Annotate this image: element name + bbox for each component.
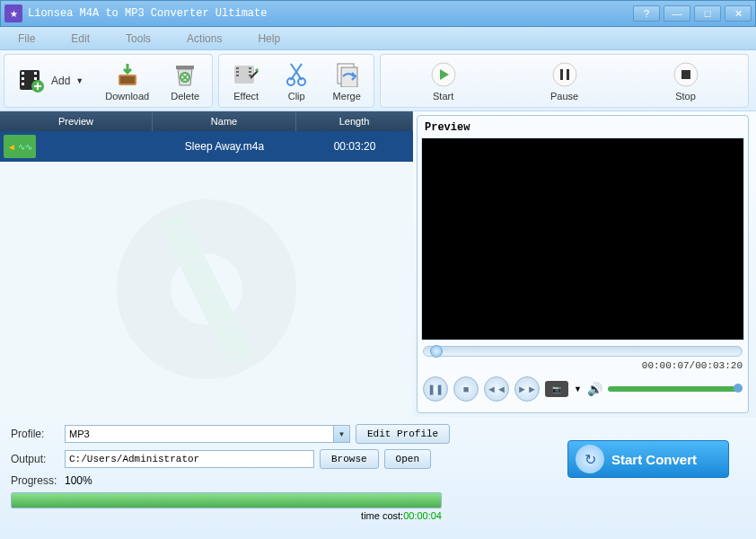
add-label: Add bbox=[51, 75, 70, 87]
list-header: Preview Name Length bbox=[0, 111, 413, 131]
stop-label: Stop bbox=[675, 91, 696, 102]
preview-title: Preview bbox=[421, 119, 744, 137]
bottom-panel: Profile: MP3 ▼ Edit Profile Output: Brow… bbox=[0, 417, 756, 539]
profile-select[interactable]: MP3 bbox=[65, 425, 334, 443]
merge-button[interactable]: Merge bbox=[321, 57, 372, 105]
close-button[interactable]: ✕ bbox=[725, 5, 752, 22]
download-button[interactable]: Download bbox=[94, 57, 160, 105]
volume-icon[interactable]: 🔊 bbox=[587, 382, 602, 396]
start-label: Start bbox=[433, 91, 453, 102]
app-title: Lionsea M4A to MP3 Converter Ultimate bbox=[28, 7, 633, 20]
convert-icon: ↻ bbox=[576, 445, 604, 473]
svg-rect-25 bbox=[560, 69, 563, 80]
svg-point-24 bbox=[553, 63, 576, 86]
volume-slider[interactable] bbox=[608, 386, 743, 392]
player-stop-button[interactable]: ■ bbox=[453, 376, 479, 402]
pause-icon bbox=[550, 60, 579, 89]
snapshot-button[interactable]: 📷 bbox=[545, 381, 568, 397]
merge-icon bbox=[332, 60, 361, 89]
seek-handle[interactable] bbox=[430, 345, 443, 358]
svg-rect-3 bbox=[22, 83, 24, 85]
minimize-button[interactable]: — bbox=[664, 5, 690, 22]
clip-label: Clip bbox=[288, 91, 305, 102]
pause-label: Pause bbox=[550, 91, 578, 102]
convert-label: Start Convert bbox=[611, 452, 697, 467]
svg-rect-13 bbox=[236, 67, 239, 69]
svg-rect-10 bbox=[176, 66, 194, 69]
titlebar: ★ Lionsea M4A to MP3 Converter Ultimate … bbox=[0, 0, 756, 27]
dropdown-arrow-icon: ▼ bbox=[75, 76, 84, 85]
svg-rect-17 bbox=[249, 71, 251, 73]
header-name[interactable]: Name bbox=[153, 111, 296, 131]
edit-profile-button[interactable]: Edit Profile bbox=[356, 424, 450, 444]
effect-icon bbox=[232, 60, 260, 89]
header-length[interactable]: Length bbox=[296, 111, 413, 131]
svg-rect-4 bbox=[34, 72, 37, 75]
output-label: Output: bbox=[11, 453, 65, 465]
menu-edit[interactable]: Edit bbox=[71, 32, 90, 45]
clip-button[interactable]: Clip bbox=[271, 57, 321, 105]
effect-label: Effect bbox=[233, 91, 259, 102]
app-icon: ★ bbox=[4, 4, 22, 22]
browse-button[interactable]: Browse bbox=[320, 449, 379, 469]
pause-button[interactable]: Pause bbox=[540, 57, 590, 105]
svg-rect-9 bbox=[120, 76, 135, 84]
stop-icon bbox=[672, 60, 700, 89]
svg-rect-15 bbox=[236, 75, 239, 76]
start-button[interactable]: Start bbox=[418, 57, 469, 105]
merge-label: Merge bbox=[333, 91, 361, 102]
menu-file[interactable]: File bbox=[18, 32, 35, 45]
player-forward-button[interactable]: ►► bbox=[514, 376, 540, 402]
add-button[interactable]: Add ▼ bbox=[6, 57, 94, 105]
output-path-input[interactable] bbox=[65, 450, 314, 468]
preview-panel: Preview 00:00:07/00:03:20 ❚❚ ■ ◄◄ ►► 📷 ▼… bbox=[413, 111, 756, 417]
player-pause-button[interactable]: ❚❚ bbox=[423, 376, 448, 402]
volume-handle[interactable] bbox=[734, 384, 743, 393]
open-button[interactable]: Open bbox=[384, 449, 431, 469]
time-display: 00:00:07/00:03:20 bbox=[421, 358, 744, 373]
maximize-button[interactable]: □ bbox=[694, 5, 721, 22]
progress-label: Progress: bbox=[11, 474, 65, 487]
progress-value: 100% bbox=[65, 474, 92, 487]
menu-help[interactable]: Help bbox=[258, 32, 280, 45]
menu-actions[interactable]: Actions bbox=[187, 32, 222, 45]
profile-label: Profile: bbox=[11, 428, 65, 440]
delete-icon bbox=[171, 60, 199, 89]
video-preview[interactable] bbox=[421, 137, 744, 340]
svg-rect-28 bbox=[681, 70, 690, 79]
progress-bar bbox=[11, 492, 442, 508]
toolbar: Add ▼ Download Delete Effect Clip Merge … bbox=[0, 50, 756, 111]
list-row[interactable]: Sleep Away.m4a 00:03:20 bbox=[0, 131, 413, 162]
svg-rect-5 bbox=[34, 77, 37, 80]
delete-button[interactable]: Delete bbox=[160, 57, 210, 105]
svg-rect-2 bbox=[22, 77, 24, 80]
time-cost-value: 00:00:04 bbox=[403, 510, 442, 521]
start-convert-button[interactable]: ↻ Start Convert bbox=[567, 440, 729, 478]
snapshot-dropdown-icon[interactable]: ▼ bbox=[574, 384, 582, 393]
seek-slider[interactable] bbox=[423, 346, 743, 357]
menubar: File Edit Tools Actions Help bbox=[0, 27, 756, 50]
svg-rect-1 bbox=[22, 72, 24, 75]
svg-rect-18 bbox=[249, 75, 251, 76]
list-empty-area bbox=[0, 162, 413, 417]
delete-label: Delete bbox=[171, 91, 199, 102]
progress-fill bbox=[12, 493, 441, 508]
cell-name: Sleep Away.m4a bbox=[153, 140, 296, 153]
stop-button[interactable]: Stop bbox=[661, 57, 711, 105]
audio-file-icon bbox=[4, 135, 36, 158]
player-rewind-button[interactable]: ◄◄ bbox=[484, 376, 509, 402]
add-film-icon bbox=[17, 66, 46, 95]
download-label: Download bbox=[105, 91, 149, 102]
clip-icon bbox=[282, 60, 311, 89]
profile-dropdown-icon[interactable]: ▼ bbox=[334, 425, 350, 443]
whatsthis-button[interactable]: ? bbox=[633, 5, 660, 22]
time-cost-label: time cost: bbox=[361, 510, 403, 521]
svg-rect-16 bbox=[249, 67, 251, 69]
header-preview[interactable]: Preview bbox=[0, 111, 153, 131]
effect-button[interactable]: Effect bbox=[221, 57, 271, 105]
svg-rect-14 bbox=[236, 71, 239, 73]
play-icon bbox=[429, 60, 458, 89]
download-icon bbox=[113, 60, 142, 89]
file-list: Preview Name Length Sleep Away.m4a 00:03… bbox=[0, 111, 413, 417]
menu-tools[interactable]: Tools bbox=[126, 32, 151, 45]
